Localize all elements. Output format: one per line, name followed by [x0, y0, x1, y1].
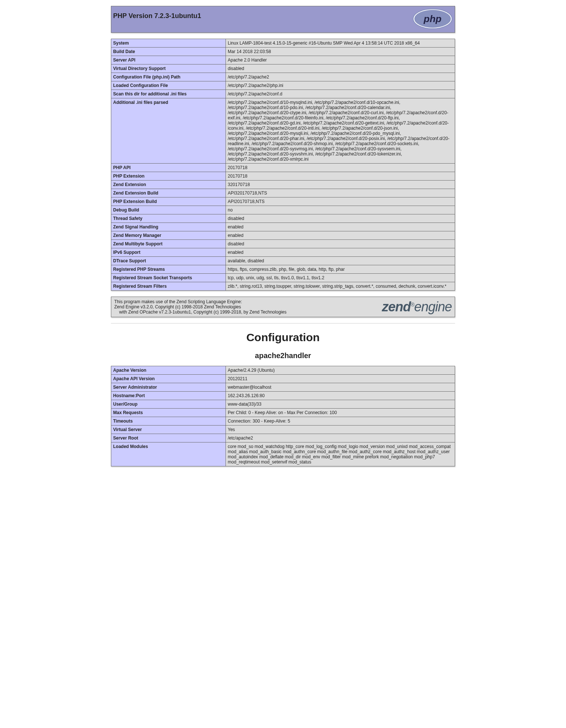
table-row: Virtual Directory Supportdisabled — [111, 64, 455, 73]
table-row: Zend Extension BuildAPI320170718,NTS — [111, 189, 455, 197]
row-label: Zend Memory Manager — [111, 231, 226, 240]
row-label: Server API — [111, 56, 226, 64]
svg-text:php: php — [423, 13, 441, 24]
row-value: Apache 2.0 Handler — [226, 56, 455, 64]
table-row: Additional .ini files parsed/etc/php/7.2… — [111, 98, 455, 164]
table-row: Loaded Configuration File/etc/php/7.2/ap… — [111, 81, 455, 90]
configuration-heading: Configuration — [0, 331, 566, 344]
table-row: Configuration File (php.ini) Path/etc/ph… — [111, 73, 455, 81]
row-value: /etc/php/7.2/apache2/php.ini — [226, 81, 455, 90]
row-label: Zend Multibyte Support — [111, 240, 226, 248]
table-row: Apache VersionApache/2.4.29 (Ubuntu) — [111, 366, 455, 375]
table-row: Server Root/etc/apache2 — [111, 434, 455, 442]
table-row: Max RequestsPer Child: 0 - Keep Alive: o… — [111, 409, 455, 417]
row-value: /etc/php/7.2/apache2 — [226, 73, 455, 81]
row-label: Additional .ini files parsed — [111, 98, 226, 164]
table-row: IPv6 Supportenabled — [111, 248, 455, 257]
row-label: Virtual Directory Support — [111, 64, 226, 73]
table-row: PHP Extension20170718 — [111, 172, 455, 181]
row-value: 162.243.26.126:80 — [226, 392, 455, 400]
row-value: Per Child: 0 - Keep Alive: on - Max Per … — [226, 409, 455, 417]
table-row: Apache API Version20120211 — [111, 375, 455, 383]
table-row: PHP API20170718 — [111, 164, 455, 172]
row-label: Hostname:Port — [111, 392, 226, 400]
row-label: Zend Extension Build — [111, 189, 226, 197]
row-label: IPv6 Support — [111, 248, 226, 257]
row-label: PHP API — [111, 164, 226, 172]
table-row: Loaded Modulescore mod_so mod_watchdog h… — [111, 442, 455, 466]
row-label: Zend Signal Handling — [111, 223, 226, 231]
row-label: Loaded Modules — [111, 442, 226, 466]
row-label: Apache API Version — [111, 375, 226, 383]
table-row: Registered Stream Filterszlib.*, string.… — [111, 282, 455, 291]
row-value: Linux LAMP-1804-test 4.15.0-15-generic #… — [226, 39, 455, 48]
zend-engine-box: This program makes use of the Zend Scrip… — [111, 297, 455, 317]
row-label: Thread Safety — [111, 214, 226, 223]
table-row: Scan this dir for additional .ini files/… — [111, 90, 455, 98]
row-label: PHP Extension — [111, 172, 226, 181]
table-row: Virtual ServerYes — [111, 426, 455, 434]
table-row: Zend Multibyte Supportdisabled — [111, 240, 455, 248]
php-logo: php — [412, 8, 453, 31]
row-label: Registered Stream Filters — [111, 282, 226, 291]
apache2handler-table: Apache VersionApache/2.4.29 (Ubuntu)Apac… — [111, 366, 455, 466]
row-value: 20170718 — [226, 164, 455, 172]
row-value: zlib.*, string.rot13, string.toupper, st… — [226, 282, 455, 291]
row-value: available, disabled — [226, 257, 455, 265]
row-label: Loaded Configuration File — [111, 81, 226, 90]
row-label: Registered PHP Streams — [111, 265, 226, 274]
row-value: /etc/php/7.2/apache2/conf.d/10-mysqlnd.i… — [226, 98, 455, 164]
row-value: tcp, udp, unix, udg, ssl, tls, tlsv1.0, … — [226, 274, 455, 282]
zend-logo: zend®engine — [352, 297, 455, 317]
table-row: DTrace Supportavailable, disabled — [111, 257, 455, 265]
row-value: https, ftps, compress.zlib, php, file, g… — [226, 265, 455, 274]
row-value: Mar 14 2018 22:03:58 — [226, 48, 455, 56]
module-heading: apache2handler — [0, 351, 566, 360]
row-label: Timeouts — [111, 417, 226, 426]
info-table: SystemLinux LAMP-1804-test 4.15.0-15-gen… — [111, 39, 455, 291]
row-value: www-data(33)/33 — [226, 400, 455, 409]
header-table: php PHP Version 7.2.3-1ubuntu1 — [111, 6, 455, 33]
row-label: DTrace Support — [111, 257, 226, 265]
table-row: User/Groupwww-data(33)/33 — [111, 400, 455, 409]
table-row: Registered Stream Socket Transportstcp, … — [111, 274, 455, 282]
row-label: Server Root — [111, 434, 226, 442]
row-label: Virtual Server — [111, 426, 226, 434]
row-value: disabled — [226, 214, 455, 223]
row-value: API20170718,NTS — [226, 197, 455, 206]
table-row: Debug Buildno — [111, 206, 455, 214]
table-row: PHP Extension BuildAPI20170718,NTS — [111, 197, 455, 206]
table-row: Server APIApache 2.0 Handler — [111, 56, 455, 64]
row-value: /etc/php/7.2/apache2/conf.d — [226, 90, 455, 98]
row-label: User/Group — [111, 400, 226, 409]
table-row: Build DateMar 14 2018 22:03:58 — [111, 48, 455, 56]
row-value: no — [226, 206, 455, 214]
row-value: 320170718 — [226, 181, 455, 189]
row-value: webmaster@localhost — [226, 383, 455, 392]
page-title: PHP Version 7.2.3-1ubuntu1 — [113, 12, 453, 20]
table-row: SystemLinux LAMP-1804-test 4.15.0-15-gen… — [111, 39, 455, 48]
zend-credits: This program makes use of the Zend Scrip… — [111, 297, 352, 317]
row-label: Scan this dir for additional .ini files — [111, 90, 226, 98]
row-value: /etc/apache2 — [226, 434, 455, 442]
table-row: Thread Safetydisabled — [111, 214, 455, 223]
row-label: Server Administrator — [111, 383, 226, 392]
row-value: Connection: 300 - Keep-Alive: 5 — [226, 417, 455, 426]
row-label: Build Date — [111, 48, 226, 56]
row-label: Zend Extension — [111, 181, 226, 189]
table-row: Zend Extension320170718 — [111, 181, 455, 189]
row-value: enabled — [226, 231, 455, 240]
table-row: Zend Signal Handlingenabled — [111, 223, 455, 231]
row-label: PHP Extension Build — [111, 197, 226, 206]
row-value: disabled — [226, 240, 455, 248]
row-value: API320170718,NTS — [226, 189, 455, 197]
table-row: Hostname:Port162.243.26.126:80 — [111, 392, 455, 400]
row-value: enabled — [226, 223, 455, 231]
table-row: Server Administratorwebmaster@localhost — [111, 383, 455, 392]
row-value: core mod_so mod_watchdog http_core mod_l… — [226, 442, 455, 466]
row-value: 20120211 — [226, 375, 455, 383]
row-value: Yes — [226, 426, 455, 434]
row-label: Registered Stream Socket Transports — [111, 274, 226, 282]
divider — [111, 323, 455, 323]
row-value: enabled — [226, 248, 455, 257]
